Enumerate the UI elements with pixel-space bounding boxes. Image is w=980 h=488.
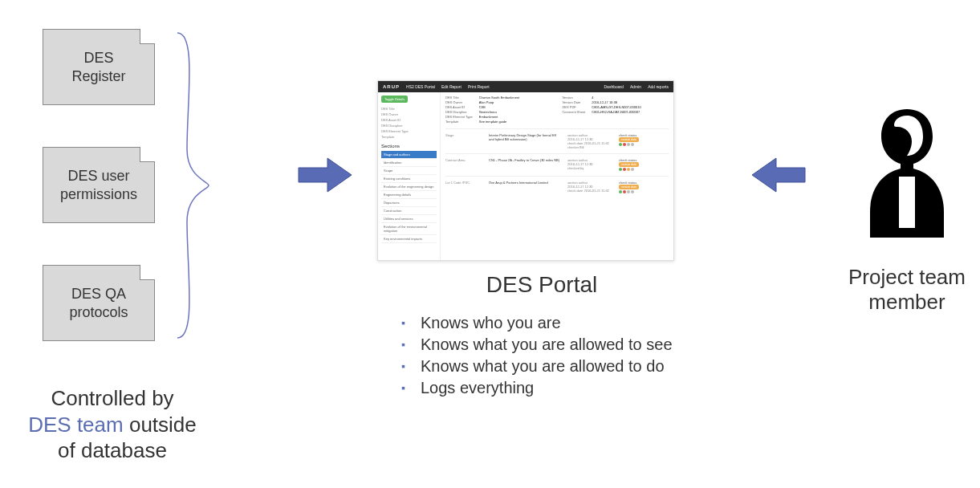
sidebar-item: Utilities and services (381, 215, 437, 223)
curly-brace (173, 29, 213, 342)
person-label: Project team member (827, 265, 980, 315)
des-permissions-box: DES user permissions (43, 147, 155, 223)
table-row: Stage Interim Preliminary Design Stage (… (445, 128, 669, 153)
des-permissions-label: DES user permissions (60, 167, 137, 203)
table-row: Contract Area CN1 - Phase 2A - Fradley t… (445, 153, 669, 176)
sidebar-item: Identification (381, 159, 437, 167)
bullet-item: Knows who you are (401, 312, 706, 334)
nav-admin: Admin (630, 84, 641, 89)
des-register-label: DES Register (71, 49, 125, 85)
sidebar-item: Stage and authors (381, 151, 437, 159)
portal-bullets: Knows who you are Knows what you are all… (401, 312, 706, 399)
nav-dashboard: Dashboard (604, 84, 623, 89)
left-caption: Controlled by DES team outside of databa… (20, 385, 205, 464)
person-icon (859, 103, 955, 250)
portal-brand: ARUP (383, 84, 400, 89)
des-register-box: DES Register (43, 29, 155, 105)
sidebar-item: Scope (381, 167, 437, 175)
sidebar-item: Departures (381, 199, 437, 207)
center-column: ARUP HS2 DES Portal Edit Report Print Re… (377, 80, 706, 399)
bullet-item: Knows what you are allowed to do (401, 356, 706, 377)
portal-header: ARUP HS2 DES Portal Edit Report Print Re… (378, 81, 673, 92)
nav-edit: Edit Report (441, 84, 462, 89)
portal-sidebar: Toggle Details DES Title DES Owner DES A… (378, 92, 441, 260)
portal-app-name: HS2 DES Portal (406, 84, 435, 89)
status-dots (619, 190, 669, 194)
des-qa-label: DES QA protocols (69, 285, 128, 321)
des-qa-box: DES QA protocols (43, 265, 155, 341)
nav-print: Print Report (468, 84, 490, 89)
sidebar-item: Existing conditions (381, 175, 437, 183)
sidebar-item: Construction (381, 207, 437, 215)
toggle-details-button: Toggle Details (381, 96, 408, 103)
sidebar-item: Engineering details (381, 191, 437, 199)
status-dots (619, 168, 669, 172)
status-dots (619, 143, 669, 147)
arrow-right-icon (297, 157, 353, 193)
table-row: Lot 1 Code /PSC Ove Arup & Partners Inte… (445, 176, 669, 198)
portal-main: DES TitleChorton South Embankment Versio… (441, 92, 673, 260)
sidebar-item: Evolution of the engineering design (381, 183, 437, 191)
portal-screenshot: ARUP HS2 DES Portal Edit Report Print Re… (377, 80, 674, 261)
bullet-item: Logs everything (401, 377, 706, 399)
sidebar-item: Key environmental impacts (381, 235, 437, 243)
nav-add: Add reports (648, 84, 669, 89)
portal-title: DES Portal (377, 272, 706, 298)
sidebar-item: Evolution of the environmental mitigatio… (381, 223, 437, 235)
bullet-item: Knows what you are allowed to see (401, 334, 706, 356)
sections-heading: Sections (381, 144, 437, 148)
arrow-left-icon (750, 157, 807, 193)
